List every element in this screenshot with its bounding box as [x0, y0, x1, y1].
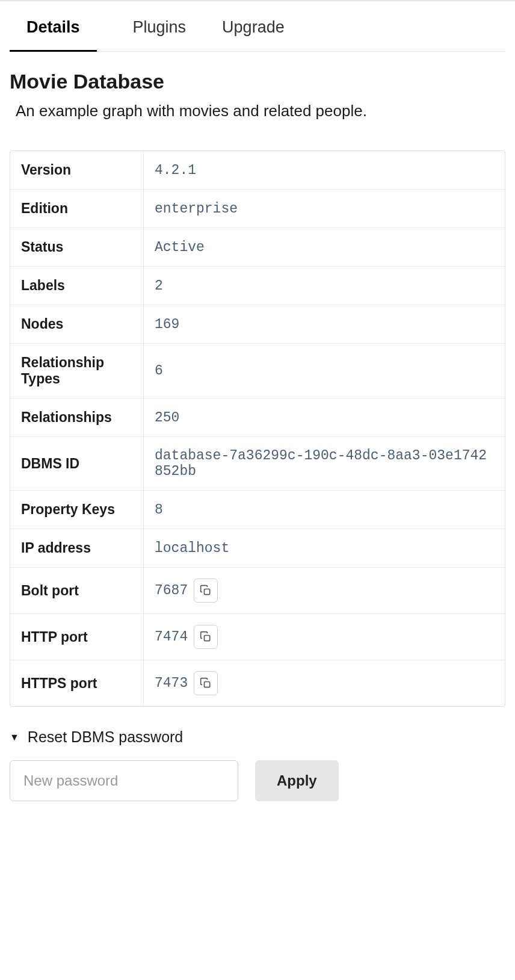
copy-icon — [200, 631, 212, 643]
row-value-labels: 2 — [144, 267, 505, 305]
row-label-version: Version — [10, 151, 144, 189]
row-label-ip-address: IP address — [10, 529, 144, 567]
row-label-bolt-port: Bolt port — [10, 568, 144, 613]
row-value-edition: enterprise — [144, 190, 505, 228]
row-label-status: Status — [10, 228, 144, 266]
table-row: Edition enterprise — [10, 190, 505, 228]
table-row: Nodes 169 — [10, 305, 505, 344]
new-password-input[interactable] — [10, 760, 238, 801]
reset-password-section: ▼ Reset DBMS password Apply — [10, 728, 505, 801]
row-label-edition: Edition — [10, 190, 144, 228]
table-row: Labels 2 — [10, 267, 505, 305]
tab-details[interactable]: Details — [10, 18, 97, 52]
table-row: IP address localhost — [10, 529, 505, 568]
svg-rect-0 — [205, 589, 210, 595]
copy-icon — [200, 677, 212, 689]
copy-https-port-button[interactable] — [194, 671, 218, 695]
row-label-labels: Labels — [10, 267, 144, 305]
row-value-ip-address: localhost — [144, 529, 505, 567]
copy-http-port-button[interactable] — [194, 625, 218, 649]
row-label-relationships: Relationships — [10, 399, 144, 436]
row-value-relationships: 250 — [144, 399, 505, 436]
reset-password-label: Reset DBMS password — [28, 728, 183, 746]
svg-rect-1 — [205, 636, 210, 641]
row-label-nodes: Nodes — [10, 305, 144, 343]
details-table: Version 4.2.1 Edition enterprise Status … — [10, 150, 505, 707]
table-row: Bolt port 7687 — [10, 568, 505, 614]
apply-button[interactable]: Apply — [255, 760, 339, 801]
reset-password-toggle[interactable]: ▼ Reset DBMS password — [10, 728, 505, 746]
tabs: Details Plugins Upgrade — [10, 1, 505, 52]
table-row: HTTPS port 7473 — [10, 660, 505, 706]
row-value-version: 4.2.1 — [144, 151, 505, 189]
page-title: Movie Database — [10, 70, 505, 93]
row-label-https-port: HTTPS port — [10, 660, 144, 706]
caret-down-icon: ▼ — [10, 732, 19, 743]
row-value-bolt-port: 7687 — [144, 568, 505, 613]
row-label-http-port: HTTP port — [10, 614, 144, 660]
table-row: Relationship Types 6 — [10, 344, 505, 399]
row-label-dbms-id: DBMS ID — [10, 437, 144, 490]
table-row: HTTP port 7474 — [10, 614, 505, 660]
copy-bolt-port-button[interactable] — [194, 578, 218, 603]
tab-upgrade[interactable]: Upgrade — [222, 18, 285, 51]
row-value-https-port: 7473 — [144, 660, 505, 706]
copy-icon — [200, 585, 212, 597]
row-label-property-keys: Property Keys — [10, 491, 144, 529]
row-value-http-port: 7474 — [144, 614, 505, 660]
row-value-relationship-types: 6 — [144, 344, 505, 398]
page-description: An example graph with movies and related… — [16, 102, 505, 120]
row-label-relationship-types: Relationship Types — [10, 344, 144, 398]
reset-password-form: Apply — [10, 760, 505, 801]
row-value-dbms-id: database-7a36299c-190c-48dc-8aa3-03e1742… — [144, 437, 505, 490]
tab-plugins[interactable]: Plugins — [133, 18, 187, 51]
row-value-status: Active — [144, 228, 505, 266]
table-row: Property Keys 8 — [10, 491, 505, 529]
table-row: Version 4.2.1 — [10, 151, 505, 190]
svg-rect-2 — [205, 682, 210, 687]
table-row: Status Active — [10, 228, 505, 267]
row-value-nodes: 169 — [144, 305, 505, 343]
table-row: Relationships 250 — [10, 399, 505, 437]
row-value-property-keys: 8 — [144, 491, 505, 529]
table-row: DBMS ID database-7a36299c-190c-48dc-8aa3… — [10, 437, 505, 491]
